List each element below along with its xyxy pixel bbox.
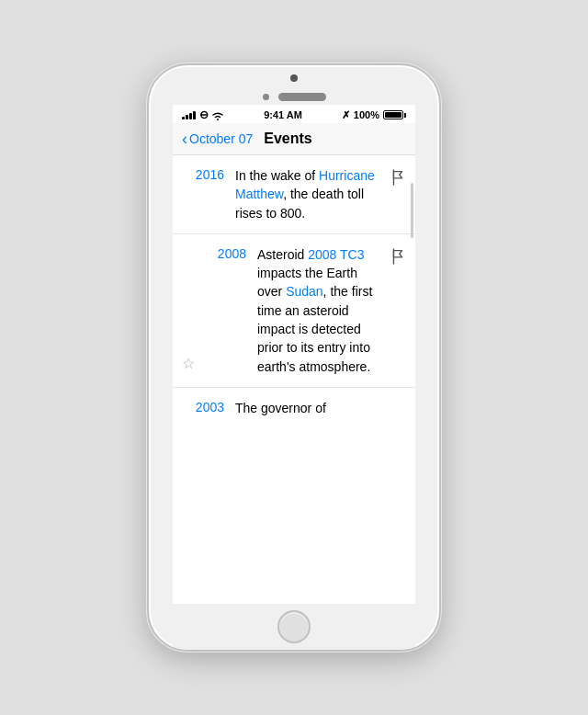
nav-bar: ‹ October 07 Events: [173, 123, 415, 155]
signal-bar-1: [182, 117, 185, 119]
event-year: 2003: [182, 399, 224, 414]
camera: [290, 74, 298, 82]
event-item: 2003 The governor of: [173, 388, 415, 428]
signal-bar-2: [186, 115, 188, 119]
phone-bottom: [173, 604, 415, 650]
flag-button[interactable]: [390, 247, 406, 269]
home-button[interactable]: [277, 610, 311, 643]
events-list[interactable]: 2016 In the wake of Hurricane Matthew, t…: [173, 155, 415, 604]
flag-button[interactable]: [390, 168, 406, 190]
page-title: Events: [264, 131, 311, 147]
event-item: ☆ 2008 Asteroid 2008 TC3 impacts the Ear…: [173, 234, 415, 388]
event-text: Asteroid 2008 TC3 impacts the Earth over…: [257, 245, 406, 376]
screen: ⊖ 9:41 AM ✗ 100%: [173, 105, 415, 604]
hurricane-matthew-link[interactable]: Hurricane Matthew: [235, 168, 375, 201]
status-time: 9:41 AM: [264, 109, 302, 120]
scroll-indicator: [411, 183, 413, 238]
back-chevron-icon: ‹: [182, 131, 187, 147]
status-bar: ⊖ 9:41 AM ✗ 100%: [173, 105, 415, 123]
phone-top: [149, 65, 439, 105]
bluetooth-icon: ✗: [342, 109, 350, 121]
star-button[interactable]: ☆: [182, 355, 195, 372]
battery-percent: 100%: [354, 109, 379, 120]
event-year: 2016: [182, 166, 224, 182]
asteroid-tc3-link[interactable]: 2008 TC3: [308, 247, 364, 262]
event-item: 2016 In the wake of Hurricane Matthew, t…: [173, 155, 415, 234]
signal-bar-3: [189, 113, 192, 119]
front-sensors: [263, 93, 326, 101]
event-text: In the wake of Hurricane Matthew, the de…: [235, 166, 406, 222]
speaker-bar: [278, 93, 326, 101]
wifi-icon: ⊖: [199, 108, 224, 121]
battery-icon: [383, 110, 406, 119]
signal-bars: [182, 110, 196, 119]
event-text: The governor of: [235, 399, 406, 417]
status-right: ✗ 100%: [342, 109, 406, 121]
signal-bar-4: [193, 111, 196, 119]
status-left: ⊖: [182, 108, 224, 121]
back-button[interactable]: ‹ October 07: [182, 131, 253, 147]
event-year: 2008: [204, 245, 246, 261]
phone-frame: ⊖ 9:41 AM ✗ 100%: [147, 63, 441, 652]
back-label: October 07: [189, 131, 253, 146]
sudan-link[interactable]: Sudan: [286, 284, 322, 299]
sensor-dot: [263, 94, 269, 100]
